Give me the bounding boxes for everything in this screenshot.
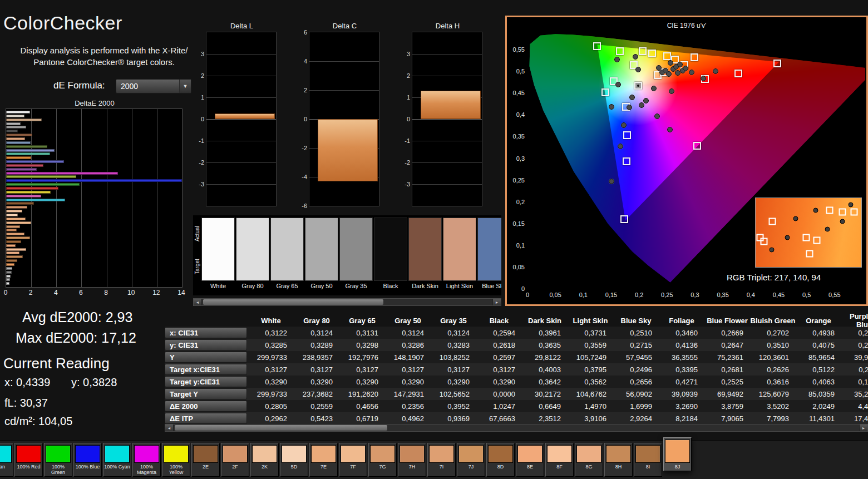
strip-patch-color bbox=[201, 218, 235, 281]
toolbar-swatch-label: 8D bbox=[487, 464, 514, 470]
strip-scrollbar-thumb[interactable] bbox=[203, 299, 383, 305]
strip-patch: Blue Sky bbox=[477, 218, 501, 295]
mini-ytick-label: 1 bbox=[192, 94, 204, 101]
table-row-label[interactable]: y: CIE31 bbox=[165, 339, 247, 350]
table-cell: 0,2171 bbox=[841, 329, 868, 337]
deltae-xtick-label: 6 bbox=[76, 289, 86, 297]
toolbar-swatch-8e[interactable]: 8E bbox=[516, 443, 544, 477]
toolbar-swatch-100-red[interactable]: 100% Red bbox=[14, 443, 43, 477]
toolbar-swatch-7f[interactable]: 7F bbox=[339, 443, 367, 477]
toolbar-swatch-color bbox=[75, 445, 100, 463]
toolbar-swatch-7h[interactable]: 7H bbox=[398, 443, 426, 477]
table-row-label[interactable]: Target y:CIE31 bbox=[165, 376, 247, 387]
table-cell: 0,2656 bbox=[613, 378, 659, 386]
deltae-bar bbox=[6, 122, 21, 125]
cie-measurement-marker bbox=[615, 82, 621, 87]
scroll-right-icon[interactable]: ► bbox=[492, 299, 501, 305]
deltae-bar bbox=[6, 221, 31, 224]
cie-ytick-label: 0,55 bbox=[508, 46, 525, 53]
toolbar-swatch-100-yellow[interactable]: 100% Yellow bbox=[162, 443, 190, 477]
table-cell: 0,2626 bbox=[750, 366, 796, 374]
current-reading-label: Current Reading bbox=[3, 355, 110, 372]
deltae-gridline bbox=[107, 109, 107, 287]
table-cell: 0,4063 bbox=[796, 378, 841, 386]
toolbar-swatch-100-cyan[interactable]: 100% Cyan bbox=[103, 443, 131, 477]
table-cell: 0,3395 bbox=[659, 366, 704, 374]
toolbar-swatch-2k[interactable]: 2K bbox=[250, 443, 279, 477]
toolbar-swatch-color bbox=[400, 445, 425, 463]
inset-target-marker bbox=[803, 234, 810, 241]
toolbar-swatch-8d[interactable]: 8D bbox=[486, 443, 515, 477]
cie-xtick-label: 0,2 bbox=[630, 292, 649, 298]
scroll-right-icon[interactable]: ► bbox=[859, 424, 867, 431]
actual-row-label: Actual bbox=[193, 218, 201, 250]
table-cell: 3,9106 bbox=[568, 414, 613, 423]
cie-target-marker bbox=[734, 70, 742, 77]
toolbar-swatch-color bbox=[16, 445, 41, 463]
table-cell: 2,3512 bbox=[522, 414, 568, 423]
strip-scrollbar[interactable]: ◄ ► bbox=[193, 298, 501, 306]
toolbar-swatch-8j[interactable]: 8J bbox=[663, 437, 692, 471]
toolbar-swatch-100-magenta[interactable]: 100% Magenta bbox=[132, 443, 161, 477]
deltae-bar bbox=[6, 160, 64, 163]
table-scrollbar-thumb[interactable] bbox=[175, 425, 387, 431]
cie-target-marker bbox=[623, 157, 630, 165]
toolbar-swatch-cyan[interactable]: Cyan bbox=[0, 443, 13, 477]
inset-target-marker bbox=[826, 207, 834, 214]
cie-ytick-label: 0,15 bbox=[508, 220, 525, 227]
toolbar-swatch-8g[interactable]: 8G bbox=[575, 443, 603, 477]
table-row-label[interactable]: x: CIE31 bbox=[165, 327, 247, 338]
scroll-left-icon[interactable]: ◄ bbox=[165, 424, 174, 431]
deltae-bar bbox=[6, 251, 19, 254]
toolbar-swatch-7j[interactable]: 7J bbox=[457, 443, 485, 477]
toolbar-swatch-color bbox=[223, 445, 248, 463]
cie-measurement-marker bbox=[627, 105, 632, 110]
toolbar-swatch-8h[interactable]: 8H bbox=[604, 443, 633, 477]
table-row-label[interactable]: Target Y bbox=[165, 388, 247, 399]
inset-target-marker bbox=[769, 218, 776, 225]
strip-row-labels: Actual Target bbox=[193, 218, 201, 283]
scroll-left-icon[interactable]: ◄ bbox=[194, 299, 202, 305]
toolbar-swatch-label: 5D bbox=[280, 464, 308, 470]
toolbar-swatch-100-green[interactable]: 100% Green bbox=[44, 443, 72, 477]
table-cell: 237,3682 bbox=[294, 390, 339, 398]
table-row-label[interactable]: Target x:CIE31 bbox=[165, 364, 247, 375]
toolbar-swatch-7i[interactable]: 7I bbox=[427, 443, 456, 477]
toolbar-swatches: Cyan100% Red100% Green100% Blue100% Cyan… bbox=[0, 443, 693, 477]
table-cell: 0,2805 bbox=[248, 402, 294, 411]
deltae-bar bbox=[6, 130, 18, 132]
toolbar-swatch-8f[interactable]: 8F bbox=[545, 443, 574, 477]
table-cell: 0,1921 bbox=[841, 378, 868, 386]
strip-patch: Gray 50 bbox=[305, 218, 338, 295]
cie-measurement-marker bbox=[713, 68, 718, 74]
table-scrollbar[interactable]: ◄ ► bbox=[165, 424, 868, 432]
mini-gridline bbox=[309, 90, 379, 91]
table-cell: 104,6762 bbox=[568, 390, 613, 398]
toolbar-swatch-7e[interactable]: 7E bbox=[309, 443, 338, 477]
toolbar-swatch-2f[interactable]: 2F bbox=[221, 443, 249, 477]
table-row-label[interactable]: Y bbox=[165, 352, 247, 363]
de-formula-dropdown[interactable]: 2000 ▼ bbox=[116, 79, 191, 93]
strip-scrollbar-track[interactable] bbox=[202, 299, 492, 305]
cie-target-marker bbox=[601, 88, 609, 96]
table-cell: 0,4003 bbox=[522, 366, 568, 374]
table-cell: 0,3131 bbox=[339, 329, 385, 337]
toolbar-swatch-2e[interactable]: 2E bbox=[191, 443, 220, 477]
toolbar-swatch-7g[interactable]: 7G bbox=[368, 443, 397, 477]
table-cell: 0,4075 bbox=[796, 341, 841, 349]
table-cell: 0,3127 bbox=[294, 366, 339, 374]
table-row-label[interactable]: ΔE 2000 bbox=[165, 401, 247, 412]
toolbar-swatch-label: 100% Red bbox=[15, 464, 42, 470]
table-cell: 11,4301 bbox=[796, 414, 841, 423]
delta-h-chart: Delta H 3210-1-2-3 bbox=[412, 32, 482, 206]
toolbar-swatch-8i[interactable]: 8I bbox=[634, 443, 662, 477]
cie-ytick-label: 0,25 bbox=[508, 177, 525, 184]
toolbar-swatch-100-blue[interactable]: 100% Blue bbox=[73, 443, 102, 477]
deltae-bar bbox=[6, 156, 31, 159]
table-scrollbar-track[interactable] bbox=[174, 424, 859, 431]
toolbar-swatch-label: 7J bbox=[457, 464, 485, 470]
table-row-label[interactable]: ΔE ITP bbox=[165, 413, 247, 424]
toolbar-swatch-5d[interactable]: 5D bbox=[280, 443, 308, 477]
table-cell: 0,2135 bbox=[841, 341, 868, 349]
chevron-down-icon[interactable]: ▼ bbox=[179, 80, 191, 93]
